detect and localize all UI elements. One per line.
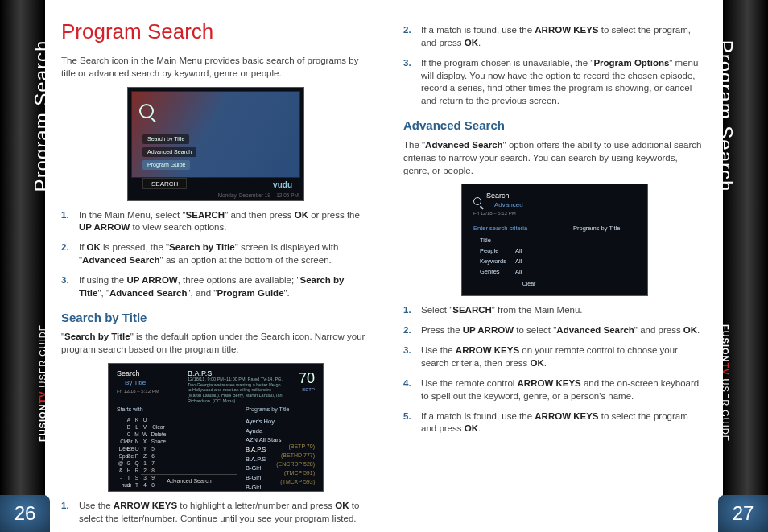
step-bold: UP ARROW — [463, 325, 514, 335]
step-text: Use the — [421, 345, 456, 355]
shot3-enter-criteria: Enter search criteria — [473, 225, 527, 233]
step-item: 1.Use the ARROW KEYS to highlight a lett… — [61, 500, 370, 526]
result-item: Ayuda — [246, 427, 282, 436]
step-bold: OK — [295, 210, 308, 220]
step-number: 2. — [403, 324, 411, 337]
step-text: to highlight a letter/number and press — [177, 501, 335, 510]
menu-item-search-by-title: Search by Title — [142, 134, 189, 144]
step-item: 4.Use the remote control ARROW KEYS and … — [403, 377, 706, 403]
key: X — [141, 439, 149, 446]
step-text: . — [478, 423, 481, 433]
adv-intro: The "Advanced Search" option offers the … — [403, 139, 706, 178]
key: K — [133, 417, 141, 424]
key: - — [117, 475, 125, 482]
shot3-criteria-rows: TitlePeopleAllKeywordsAllGenresAll — [480, 236, 522, 277]
criteria-value: All — [515, 268, 522, 275]
step-text: to select " — [514, 325, 556, 335]
onscreen-keyboard: ClearDeleteSpace@&-numABCDEFGHIJKLMNOPQR… — [117, 417, 234, 467]
step-bold: OK — [465, 38, 478, 47]
key: 7 — [149, 460, 157, 468]
criteria-value: All — [515, 247, 522, 254]
step-bold: UP ARROW — [79, 222, 130, 232]
key: 5 — [149, 446, 157, 453]
key: C — [125, 431, 133, 439]
key: W — [141, 431, 149, 439]
step-item: 3.If the program chosen is unavailable, … — [403, 57, 706, 108]
steps-list-advanced: 1.Select "SEARCH" from the Main Menu.2.P… — [403, 304, 706, 435]
step-number: 5. — [403, 410, 411, 423]
shot2-advanced: Advanced Search — [141, 474, 237, 485]
step-text: ". — [284, 288, 290, 298]
step-bold: ARROW KEYS — [114, 501, 177, 510]
page-number-right: 27 — [718, 495, 768, 532]
step-text: " and press — [634, 325, 683, 335]
step-text: In the Main Menu, select " — [79, 210, 186, 220]
step-text: If the program chosen is unavailable, th… — [421, 58, 593, 68]
heading-advanced-search: Advanced Search — [403, 118, 706, 134]
step-text: . — [478, 38, 481, 47]
step-text: If a match is found, use the — [421, 411, 535, 421]
menu-item-program-guide: Program Guide — [142, 160, 190, 170]
step-text: Use the — [79, 501, 114, 510]
step-item: 1.Select "SEARCH" from the Main Menu. — [403, 304, 706, 317]
key: Y — [141, 446, 149, 453]
step-text: or press the — [308, 210, 360, 220]
step-number: 4. — [403, 377, 411, 390]
step-text: If a match is found, use the — [421, 25, 535, 35]
key: D — [125, 439, 133, 446]
key: M — [133, 431, 141, 439]
steps-list-continued: 2.If a match is found, use the ARROW KEY… — [403, 24, 706, 108]
page-left: Program Search The Search icon in the Ma… — [45, 0, 384, 532]
result-item: Ayer's Hoy — [246, 417, 282, 427]
key: O — [133, 446, 141, 453]
step-text: ", " — [97, 288, 109, 298]
vudu-logo: vudu — [273, 179, 292, 191]
shot2-time: Fri 12/18 – 5:12 PM — [117, 388, 159, 394]
key: & — [117, 468, 125, 475]
step-item: 2.If OK is pressed, the "Search by Title… — [61, 241, 370, 267]
key: U — [141, 417, 149, 424]
step-bold: Program Options — [593, 58, 669, 68]
step-number: 3. — [61, 274, 69, 287]
step-bold: Advanced Search — [109, 288, 188, 298]
key: E — [125, 446, 133, 453]
step-text: . — [697, 325, 700, 335]
criteria-key: Keywords — [480, 257, 515, 267]
step-bold: Advanced Search — [82, 255, 160, 265]
page-right: 2.If a match is found, use the ARROW KEY… — [384, 0, 723, 532]
search-icon — [139, 104, 154, 118]
key: I — [125, 475, 133, 482]
channel-code: (BETHD 777) — [276, 452, 315, 460]
criteria-value: All — [515, 258, 522, 265]
step-text: . — [544, 358, 547, 368]
channel-code: (TMCP 591) — [276, 469, 315, 478]
shot2-starts: Starts with — [117, 406, 143, 414]
page-title: Program Search — [61, 18, 370, 47]
step-bold: ARROW KEYS — [535, 411, 598, 421]
step-bold: ARROW KEYS — [535, 25, 598, 35]
step-number: 2. — [61, 241, 69, 254]
shot3-programs-by-title: Programs by Title — [573, 225, 620, 233]
heading-search-by-title: Search by Title — [61, 310, 370, 327]
step-item: 3.If using the UP ARROW, three options a… — [61, 274, 370, 300]
step-bold: OK — [465, 423, 478, 433]
shot2-channel-codes: (BETP 70)(BETHD 777)(ENCRDP 528)(TMCP 59… — [276, 443, 315, 486]
step-text: If — [79, 242, 87, 252]
key: B — [125, 424, 133, 431]
key: L — [133, 424, 141, 431]
step-text: , three options are available; " — [178, 275, 300, 285]
key: G — [125, 460, 133, 468]
step-item: 2.Press the UP ARROW to select "Advanced… — [403, 324, 706, 337]
key: Space — [149, 439, 168, 446]
step-bold: ARROW KEYS — [456, 345, 519, 355]
key: S — [133, 475, 141, 482]
key: T — [133, 482, 141, 489]
key: Z — [141, 453, 149, 460]
channel-code: (ENCRDP 528) — [276, 460, 315, 469]
step-number: 3. — [403, 344, 411, 357]
menu-item-advanced-search: Advanced Search — [142, 147, 196, 157]
screenshot-advanced-search: Search Advanced Fri 12/18 – 5:12 PM Ente… — [461, 184, 648, 296]
step-number: 1. — [403, 304, 411, 317]
steps-list-sbt: 1.Use the ARROW KEYS to highlight a lett… — [61, 500, 370, 526]
step-bold: SEARCH — [186, 210, 225, 220]
